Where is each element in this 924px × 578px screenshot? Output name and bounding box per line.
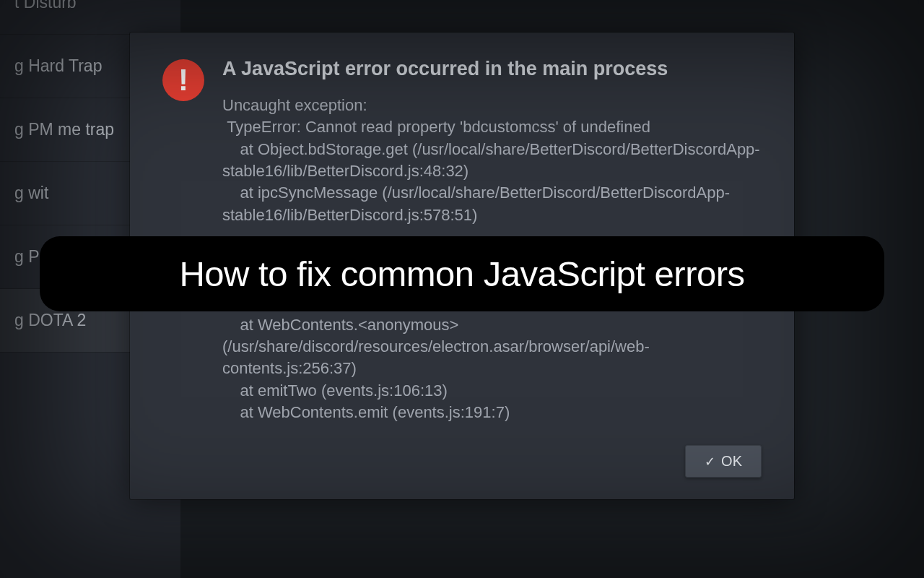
- overlay-banner: How to fix common JavaScript errors: [40, 236, 884, 311]
- error-icon: !: [162, 59, 204, 101]
- check-icon: ✓: [705, 454, 715, 470]
- ok-button[interactable]: ✓ OK: [685, 445, 762, 478]
- channel-item[interactable]: t Disturb: [0, 0, 180, 35]
- dialog-title: A JavaScript error occurred in the main …: [222, 58, 762, 80]
- ok-button-label: OK: [721, 453, 742, 470]
- dialog-footer: ✓ OK: [162, 445, 762, 478]
